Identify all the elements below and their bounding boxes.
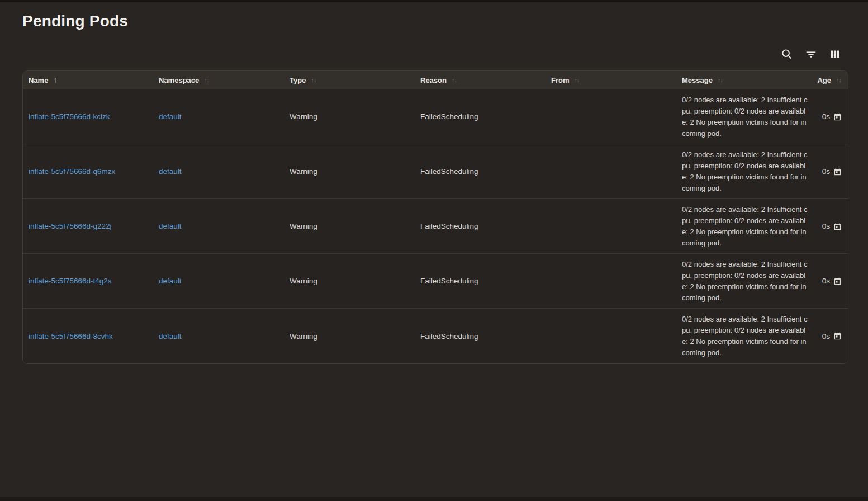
pod-link[interactable]: inflate-5c5f75666d-8cvhk bbox=[29, 332, 113, 341]
sort-ascending-icon: ↑ bbox=[53, 76, 57, 84]
calendar-icon bbox=[833, 277, 842, 286]
column-header-age[interactable]: Age ↑↓ bbox=[810, 71, 848, 89]
cell-message: 0/2 nodes are available: 2 Insufficient … bbox=[676, 254, 810, 308]
calendar-icon bbox=[833, 113, 842, 121]
pod-link[interactable]: inflate-5c5f75666d-t4g2s bbox=[29, 277, 112, 285]
search-button[interactable] bbox=[780, 48, 794, 61]
cell-reason: FailedScheduling bbox=[415, 89, 546, 144]
columns-button[interactable] bbox=[828, 48, 842, 61]
columns-icon bbox=[829, 48, 841, 60]
cell-name: inflate-5c5f75666d-g222j bbox=[23, 199, 153, 253]
cell-type: Warning bbox=[284, 199, 415, 253]
cell-from bbox=[546, 144, 676, 198]
cell-age: 0s bbox=[810, 309, 848, 363]
sort-icon: ↑↓ bbox=[718, 77, 723, 83]
cell-reason: FailedScheduling bbox=[415, 254, 546, 308]
cell-type: Warning bbox=[284, 309, 415, 363]
calendar-icon bbox=[833, 332, 842, 341]
cell-namespace: default bbox=[153, 144, 284, 198]
cell-from bbox=[546, 309, 676, 363]
pending-pods-table: Name ↑ Namespace ↑↓ Type ↑↓ Reason ↑↓ Fr… bbox=[22, 70, 848, 364]
cell-name: inflate-5c5f75666d-kclzk bbox=[23, 89, 153, 144]
cell-reason: FailedScheduling bbox=[415, 144, 546, 198]
cell-type: Warning bbox=[284, 144, 415, 198]
sort-icon: ↑↓ bbox=[575, 77, 580, 83]
cell-from bbox=[546, 199, 676, 253]
bottom-border-strip bbox=[0, 497, 868, 501]
cell-reason: FailedScheduling bbox=[415, 309, 546, 363]
column-header-name[interactable]: Name ↑ bbox=[23, 71, 153, 89]
cell-message: 0/2 nodes are available: 2 Insufficient … bbox=[676, 199, 810, 253]
namespace-link[interactable]: default bbox=[159, 277, 182, 285]
cell-type: Warning bbox=[284, 89, 415, 144]
cell-namespace: default bbox=[153, 254, 284, 308]
calendar-icon bbox=[833, 168, 842, 176]
cell-message: 0/2 nodes are available: 2 Insufficient … bbox=[676, 89, 810, 144]
pending-pods-page: Pending Pods bbox=[0, 0, 868, 501]
cell-age: 0s bbox=[810, 199, 848, 253]
table-header-row: Name ↑ Namespace ↑↓ Type ↑↓ Reason ↑↓ Fr… bbox=[23, 71, 848, 89]
cell-age: 0s bbox=[810, 254, 848, 308]
namespace-link[interactable]: default bbox=[159, 112, 182, 121]
cell-reason: FailedScheduling bbox=[415, 199, 546, 253]
table-row: inflate-5c5f75666d-q6mzx default Warning… bbox=[23, 144, 848, 199]
cell-from bbox=[546, 254, 676, 308]
column-header-from[interactable]: From ↑↓ bbox=[546, 71, 676, 89]
cell-message: 0/2 nodes are available: 2 Insufficient … bbox=[676, 144, 810, 198]
sort-icon: ↑↓ bbox=[452, 77, 457, 83]
cell-namespace: default bbox=[153, 309, 284, 363]
sort-icon: ↑↓ bbox=[204, 77, 209, 83]
pod-link[interactable]: inflate-5c5f75666d-q6mzx bbox=[29, 167, 115, 176]
page-content: Pending Pods bbox=[0, 12, 868, 364]
namespace-link[interactable]: default bbox=[159, 332, 182, 341]
cell-namespace: default bbox=[153, 89, 284, 144]
filter-button[interactable] bbox=[804, 48, 818, 61]
sort-icon: ↑↓ bbox=[836, 77, 841, 83]
calendar-icon bbox=[833, 223, 842, 231]
cell-name: inflate-5c5f75666d-8cvhk bbox=[23, 309, 153, 363]
cell-message: 0/2 nodes are available: 2 Insufficient … bbox=[676, 309, 810, 363]
search-icon bbox=[781, 48, 793, 60]
column-header-type[interactable]: Type ↑↓ bbox=[284, 71, 415, 89]
top-border-strip bbox=[0, 0, 868, 2]
namespace-link[interactable]: default bbox=[159, 167, 182, 176]
cell-age: 0s bbox=[810, 144, 848, 198]
table-row: inflate-5c5f75666d-8cvhk default Warning… bbox=[23, 309, 848, 363]
page-title: Pending Pods bbox=[22, 12, 848, 30]
cell-from bbox=[546, 89, 676, 144]
table-row: inflate-5c5f75666d-g222j default Warning… bbox=[23, 199, 848, 254]
filter-icon bbox=[805, 48, 817, 60]
cell-type: Warning bbox=[284, 254, 415, 308]
table-row: inflate-5c5f75666d-t4g2s default Warning… bbox=[23, 254, 848, 309]
sort-icon: ↑↓ bbox=[311, 77, 316, 83]
cell-name: inflate-5c5f75666d-t4g2s bbox=[23, 254, 153, 308]
namespace-link[interactable]: default bbox=[159, 222, 182, 230]
table-row: inflate-5c5f75666d-kclzk default Warning… bbox=[23, 89, 848, 144]
column-header-reason[interactable]: Reason ↑↓ bbox=[415, 71, 546, 89]
pod-link[interactable]: inflate-5c5f75666d-g222j bbox=[29, 222, 112, 230]
cell-name: inflate-5c5f75666d-q6mzx bbox=[23, 144, 153, 198]
table-toolbar bbox=[22, 48, 848, 61]
pod-link[interactable]: inflate-5c5f75666d-kclzk bbox=[29, 112, 110, 121]
cell-age: 0s bbox=[810, 89, 848, 144]
column-header-message[interactable]: Message ↑↓ bbox=[676, 71, 810, 89]
column-header-namespace[interactable]: Namespace ↑↓ bbox=[153, 71, 284, 89]
cell-namespace: default bbox=[153, 199, 284, 253]
